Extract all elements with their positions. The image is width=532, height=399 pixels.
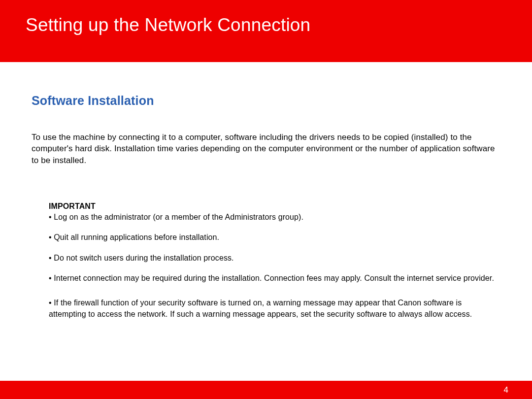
header-bar: Setting up the Network Connection: [0, 0, 532, 62]
footer-bar: 4: [0, 381, 532, 399]
content-area: Software Installation To use the machine…: [0, 62, 532, 320]
important-item: • Log on as the administrator (or a memb…: [49, 212, 496, 223]
section-heading: Software Installation: [32, 93, 500, 109]
page-title: Setting up the Network Connection: [26, 15, 532, 35]
important-item: • If the firewall function of your secur…: [49, 298, 496, 320]
important-label: IMPORTANT: [49, 202, 496, 211]
important-block: IMPORTANT • Log on as the administrator …: [49, 202, 496, 320]
intro-paragraph: To use the machine by connecting it to a…: [32, 132, 500, 166]
important-item: • Quit all running applications before i…: [49, 232, 496, 243]
important-item: • Do not switch users during the install…: [49, 253, 496, 264]
page-number: 4: [504, 385, 508, 395]
important-item: • Internet connection may be required du…: [49, 273, 496, 284]
